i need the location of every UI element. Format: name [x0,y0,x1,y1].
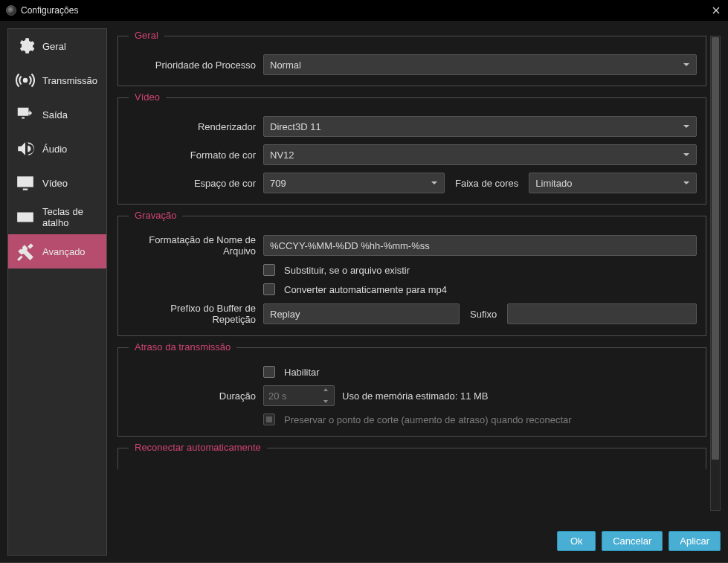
replay-suffix-input[interactable] [507,303,697,324]
chevron-down-icon [683,178,690,189]
chevron-down-icon [431,178,438,189]
replay-suffix-label: Sufixo [464,309,503,320]
gear-icon [16,36,35,56]
color-space-value: 709 [270,178,286,189]
ok-button[interactable]: Ok [557,531,596,551]
sidebar-item-label: Saída [42,109,68,120]
settings-scroll-area: Geral Prioridade do Processo Normal Víde… [117,28,721,524]
sidebar-item-label: Avançado [42,246,86,257]
color-range-select[interactable]: Limitado [529,173,697,193]
cancel-button[interactable]: Cancelar [602,531,663,551]
stream-delay-duration-spinner: 20 s [263,385,335,406]
overwrite-label: Substituir, se o arquivo existir [284,265,410,276]
sidebar-item-stream[interactable]: Transmissão [8,63,106,97]
sidebar-item-label: Teclas de atalho [42,206,99,228]
chevron-up-icon [323,387,329,392]
sidebar-item-label: Transmissão [42,75,97,86]
output-icon [16,105,35,124]
sidebar-item-general[interactable]: Geral [8,29,106,63]
section-stream-delay-legend: Atraso da transmissão [129,341,236,353]
process-priority-select[interactable]: Normal [263,54,697,75]
filename-format-input[interactable]: %CCYY-%MM-%DD %hh-%mm-%ss [263,235,697,256]
replay-prefix-label: Prefixo do Buffer de Repetição [127,303,259,325]
section-general: Geral Prioridade do Processo Normal [117,36,706,86]
color-range-label: Faixa de cores [449,178,524,189]
sidebar-item-label: Vídeo [42,178,68,189]
section-video-legend: Vídeo [129,91,166,103]
monitor-icon [16,173,35,193]
broadcast-icon [16,71,35,90]
process-priority-label: Prioridade do Processo [127,59,259,71]
color-space-select[interactable]: 709 [263,173,445,193]
close-icon [712,7,720,14]
stream-delay-duration-label: Duração [127,390,259,402]
section-auto-reconnect-legend: Reconectar automaticamente [129,442,267,453]
convert-mp4-label: Converter automaticamente para mp4 [284,284,447,295]
color-space-label: Espaço de cor [127,178,259,189]
sidebar-item-label: Áudio [42,144,67,155]
section-stream-delay: Atraso da transmissão Habilitar Duração … [117,347,706,437]
titlebar: Configurações [0,0,728,21]
section-recording-legend: Gravação [129,210,182,221]
renderer-select[interactable]: Direct3D 11 [263,116,697,137]
chevron-down-icon [683,59,690,71]
sidebar-item-audio[interactable]: Áudio [8,132,106,166]
stream-delay-enable-label: Habilitar [284,367,320,378]
window-close-button[interactable] [710,4,722,16]
convert-mp4-checkbox[interactable] [263,283,275,295]
sidebar-item-advanced[interactable]: Avançado [8,234,106,268]
section-video: Vídeo Renderizador Direct3D 11 Formato d… [117,97,706,205]
renderer-label: Renderizador [127,121,259,132]
stream-delay-enable-checkbox[interactable] [263,366,275,378]
color-format-label: Formato de cor [127,149,259,161]
filename-format-label: Formatação de Nome de Arquivo [127,234,259,257]
stream-delay-duration-value: 20 s [268,390,287,402]
sidebar-item-label: Geral [42,41,66,52]
scrollbar-thumb[interactable] [712,37,719,460]
color-format-select[interactable]: NV12 [263,144,697,165]
color-format-value: NV12 [270,149,294,161]
speaker-icon [16,139,35,158]
dialog-footer: Ok Cancelar Aplicar [117,524,721,556]
preserve-cutoff-checkbox [263,414,275,425]
sidebar: Geral Transmissão Saída Áudio Vídeo [7,28,107,556]
obs-logo-icon [6,5,16,16]
window-title: Configurações [21,5,78,16]
keyboard-icon [16,207,35,227]
stream-delay-memory-label: Uso de memória estimado: 11 MB [339,390,495,402]
replay-prefix-input[interactable]: Replay [263,303,460,324]
apply-button[interactable]: Aplicar [669,531,721,551]
chevron-down-icon [683,121,690,132]
color-range-value: Limitado [535,178,572,189]
renderer-value: Direct3D 11 [270,121,321,132]
process-priority-value: Normal [270,59,301,71]
tools-icon [16,242,35,261]
chevron-down-icon [323,399,329,404]
filename-format-value: %CCYY-%MM-%DD %hh-%mm-%ss [270,240,430,251]
sidebar-item-video[interactable]: Vídeo [8,166,106,200]
overwrite-checkbox[interactable] [263,264,275,276]
section-general-legend: Geral [129,30,164,41]
section-auto-reconnect: Reconectar automaticamente [117,448,706,469]
sidebar-item-hotkeys[interactable]: Teclas de atalho [8,200,106,234]
scrollbar[interactable] [710,36,721,511]
preserve-cutoff-label: Preservar o ponto de corte (aumento de a… [284,414,572,425]
replay-prefix-value: Replay [270,309,300,320]
section-recording: Gravação Formatação de Nome de Arquivo %… [117,216,706,336]
sidebar-item-output[interactable]: Saída [8,97,106,132]
spinner-arrows [323,387,332,404]
chevron-down-icon [683,149,690,161]
